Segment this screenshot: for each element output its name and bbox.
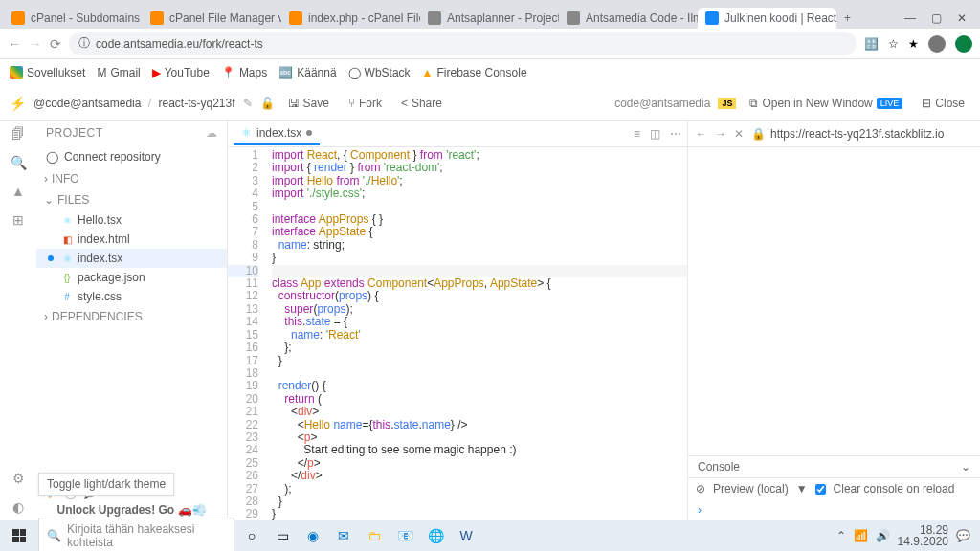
browser-tab[interactable]: cPanel File Manager v3× <box>143 8 281 29</box>
preview-select[interactable]: Preview (local) <box>713 482 789 496</box>
fork-button[interactable]: ⑂Fork <box>343 93 388 114</box>
sidebar-title: PROJECT <box>46 126 103 140</box>
maximize-icon[interactable]: ▢ <box>931 11 942 25</box>
word-icon[interactable]: W <box>453 523 479 548</box>
apps-icon[interactable]: ⊞ <box>12 212 24 228</box>
code-content[interactable]: import React, { Component } from 'react'… <box>266 147 687 520</box>
file-item[interactable]: {}package.json <box>36 268 227 287</box>
console-header[interactable]: Console ⌄ <box>688 455 980 478</box>
cloud-icon[interactable]: ☁ <box>206 126 218 140</box>
lock-icon: 🔒 <box>751 127 766 141</box>
wbstack-icon: ◯ <box>348 66 361 79</box>
apps-icon <box>10 66 23 79</box>
open-new-window-button[interactable]: ⧉Open in New WindowLIVE <box>744 93 908 114</box>
tab-favicon <box>289 11 302 25</box>
bolt-icon: ⚡ <box>10 96 26 111</box>
file-item[interactable]: #style.css <box>36 287 227 306</box>
save-button[interactable]: 🖫Save <box>282 93 335 114</box>
bookmark-item[interactable]: MGmail <box>97 66 140 79</box>
tray-chevron-icon[interactable]: ⌃ <box>836 529 846 542</box>
nav-back-icon[interactable]: ← <box>696 127 707 141</box>
taskview-icon[interactable]: ▭ <box>269 523 296 548</box>
more-icon[interactable]: ⋯ <box>670 127 681 141</box>
lock-icon[interactable]: 🔓 <box>260 97 275 110</box>
explorer-icon[interactable]: 🗀 <box>361 523 388 548</box>
share-icon: < <box>401 97 408 110</box>
chrome-icon[interactable]: 🌐 <box>422 523 449 548</box>
cortana-icon[interactable]: ○ <box>238 523 265 548</box>
search-icon[interactable]: 🔍 <box>11 155 27 170</box>
file-item[interactable]: ◧index.html <box>36 230 227 249</box>
html-icon: ◧ <box>61 233 73 245</box>
bookmark-apps[interactable]: Sovellukset <box>10 66 85 79</box>
files-icon[interactable]: 🗐 <box>11 126 25 142</box>
file-item-active[interactable]: ⚛index.tsx <box>36 249 227 268</box>
browser-tab[interactable]: index.php - cPanel File× <box>281 8 420 29</box>
user-link[interactable]: @code@antsamedia <box>33 97 141 110</box>
star-icon[interactable]: ☆ <box>888 37 899 51</box>
close-window-icon[interactable]: ✕ <box>957 11 967 25</box>
firebase-icon[interactable]: ▲ <box>11 184 25 199</box>
notifications-icon[interactable]: 💬 <box>956 529 970 542</box>
files-section[interactable]: ⌄FILES <box>36 189 227 210</box>
clear-console-checkbox[interactable] <box>815 484 826 495</box>
menu-icon[interactable]: ≡ <box>634 127 640 141</box>
bookmark-item[interactable]: ▲Firebase Console <box>422 66 527 79</box>
reload-button[interactable]: ⟳ <box>50 36 61 52</box>
gear-icon[interactable]: ⚙ <box>12 471 25 486</box>
browser-tab[interactable]: cPanel - Subdomains× <box>4 8 143 29</box>
start-button[interactable] <box>0 520 38 551</box>
browser-tabstrip: cPanel - Subdomains× cPanel File Manager… <box>0 0 980 29</box>
bookmark-item[interactable]: ◯WbStack <box>348 66 411 79</box>
upgrade-banner[interactable]: Unlock Upgrades! Go 🚗💨 <box>44 503 219 517</box>
translate-icon[interactable]: 🔠 <box>864 37 879 51</box>
address-bar[interactable]: ⓘ code.antsamedia.eu/fork/react-ts <box>69 32 857 55</box>
new-tab-button[interactable]: + <box>836 8 858 29</box>
console-prompt[interactable]: › <box>688 499 980 520</box>
taskbar-search[interactable]: 🔍Kirjoita tähän hakeaksesi kohteista <box>38 518 234 551</box>
wifi-icon[interactable]: 📶 <box>854 529 868 542</box>
clear-console-label: Clear console on reload <box>834 482 955 496</box>
browser-tab-active[interactable]: Julkinen koodi | React |× <box>698 8 836 29</box>
project-name[interactable]: react-ts-yq213f <box>158 97 234 110</box>
forward-button[interactable]: → <box>29 36 42 52</box>
editor-tab[interactable]: ⚛ index.tsx <box>234 122 320 145</box>
theme-toggle-icon[interactable]: ◐ <box>12 499 24 515</box>
connect-repo-button[interactable]: ◯ Connect repository <box>36 145 227 168</box>
save-icon: 🖫 <box>288 97 300 110</box>
close-button[interactable]: ⊟Close <box>916 93 970 114</box>
preview-url-bar[interactable]: 🔒 https://react-ts-yq213f.stackblitz.io <box>751 127 972 141</box>
bookmarks-bar: Sovellukset MGmail ▶YouTube 📍Maps 🔤Käänn… <box>0 59 980 86</box>
gmail-icon: M <box>97 66 106 79</box>
site-info-icon[interactable]: ⓘ <box>78 35 90 52</box>
clock[interactable]: 18.29 14.9.2020 <box>898 524 948 547</box>
profile-avatar[interactable] <box>928 35 946 53</box>
chevron-down-icon[interactable]: ⌄ <box>961 460 970 474</box>
close-preview-icon[interactable]: ✕ <box>734 127 744 141</box>
bookmark-item[interactable]: 🔤Käännä <box>278 66 336 79</box>
edge-icon[interactable]: ◉ <box>300 523 326 548</box>
extension-icon[interactable]: ★ <box>908 37 919 51</box>
react-icon: ⚛ <box>241 126 252 140</box>
browser-tab[interactable]: Antsamedia Code - Ilm× <box>559 8 698 29</box>
split-icon[interactable]: ◫ <box>650 127 660 141</box>
outlook-icon[interactable]: 📧 <box>391 523 418 548</box>
file-item[interactable]: ⚛Hello.tsx <box>36 210 227 230</box>
youtube-icon: ▶ <box>152 66 161 79</box>
browser-tab[interactable]: Antsaplanner - Project× <box>420 8 559 29</box>
bookmark-item[interactable]: 📍Maps <box>221 66 267 79</box>
bookmark-item[interactable]: ▶YouTube <box>152 66 210 79</box>
block-icon[interactable]: ⊘ <box>696 482 705 496</box>
share-button[interactable]: <Share <box>395 93 448 114</box>
info-section[interactable]: ›INFO <box>36 168 227 189</box>
dropdown-icon[interactable]: ▼ <box>796 482 808 496</box>
nav-forward-icon[interactable]: → <box>715 127 726 141</box>
volume-icon[interactable]: 🔊 <box>876 529 890 542</box>
minimize-icon[interactable]: — <box>904 11 916 25</box>
js-badge: JS <box>718 98 736 109</box>
mail-icon[interactable]: ✉ <box>330 523 357 548</box>
back-button[interactable]: ← <box>8 36 21 52</box>
deps-section[interactable]: ›DEPENDENCIES <box>36 306 227 327</box>
extension-badge[interactable] <box>955 35 972 53</box>
edit-icon[interactable]: ✎ <box>243 97 253 110</box>
